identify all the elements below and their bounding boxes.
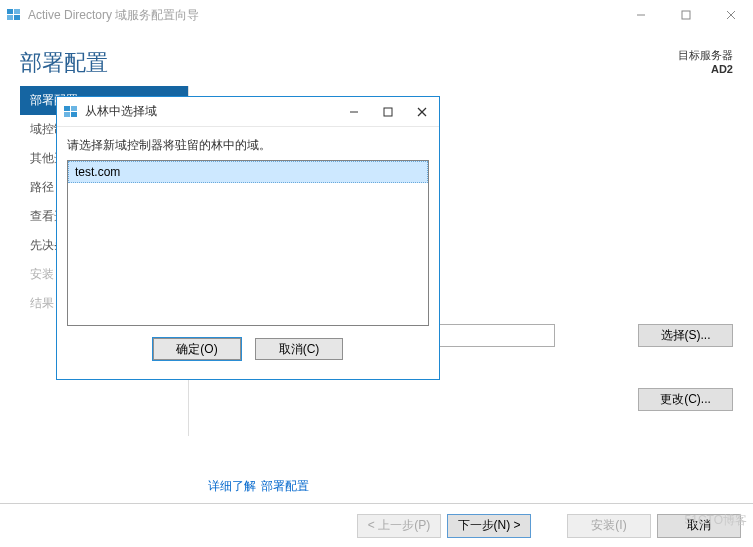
dialog-ok-button[interactable]: 确定(O) [153, 338, 241, 360]
dialog-titlebar: 从林中选择域 [57, 97, 439, 127]
ad-icon [6, 7, 22, 23]
dialog-window-controls [337, 98, 439, 126]
main-title: Active Directory 域服务配置向导 [28, 7, 199, 24]
target-server-block: 目标服务器 AD2 [678, 48, 733, 78]
next-button[interactable]: 下一步(N) > [447, 514, 531, 538]
main-window-controls [618, 0, 753, 30]
svg-rect-8 [64, 106, 70, 111]
learn-more-text-b: 部署配置 [261, 479, 309, 493]
list-item[interactable]: test.com [68, 161, 428, 183]
page-title: 部署配置 [20, 48, 108, 78]
learn-more-link[interactable]: 详细了解 部署配置 [208, 478, 309, 495]
header: 部署配置 目标服务器 AD2 [0, 30, 753, 86]
learn-more-text-a: 详细了解 [208, 479, 256, 493]
main-titlebar: Active Directory 域服务配置向导 [0, 0, 753, 30]
svg-rect-1 [14, 9, 20, 14]
target-server-label: 目标服务器 [678, 48, 733, 62]
dialog-footer: 确定(O) 取消(C) [67, 326, 429, 360]
domain-listbox[interactable]: test.com [67, 160, 429, 326]
svg-rect-13 [384, 108, 392, 116]
minimize-button[interactable] [618, 0, 663, 30]
dialog-body: 请选择新域控制器将驻留的林中的域。 test.com 确定(O) 取消(C) [57, 127, 439, 360]
select-domain-button[interactable]: 选择(S)... [638, 324, 733, 347]
svg-rect-11 [71, 112, 77, 117]
ad-icon [63, 104, 79, 120]
svg-rect-3 [14, 15, 20, 20]
dialog-maximize-button[interactable] [371, 98, 405, 126]
wizard-footer: < 上一步(P) 下一步(N) > 安装(I) 取消 [0, 503, 753, 547]
dialog-minimize-button[interactable] [337, 98, 371, 126]
svg-rect-5 [682, 11, 690, 19]
svg-rect-2 [7, 15, 13, 20]
svg-rect-10 [64, 112, 70, 117]
cancel-button[interactable]: 取消 [657, 514, 741, 538]
install-button: 安装(I) [567, 514, 651, 538]
dialog-title: 从林中选择域 [85, 103, 157, 120]
prev-button: < 上一步(P) [357, 514, 441, 538]
svg-rect-9 [71, 106, 77, 111]
svg-rect-0 [7, 9, 13, 14]
change-credentials-button[interactable]: 更改(C)... [638, 388, 733, 411]
dialog-instruction: 请选择新域控制器将驻留的林中的域。 [67, 137, 429, 154]
dialog-cancel-button[interactable]: 取消(C) [255, 338, 343, 360]
target-server-value: AD2 [678, 62, 733, 76]
select-domain-dialog: 从林中选择域 请选择新域控制器将驻留的林中的域。 test.com 确定(O) … [56, 96, 440, 380]
close-button[interactable] [708, 0, 753, 30]
maximize-button[interactable] [663, 0, 708, 30]
dialog-close-button[interactable] [405, 98, 439, 126]
